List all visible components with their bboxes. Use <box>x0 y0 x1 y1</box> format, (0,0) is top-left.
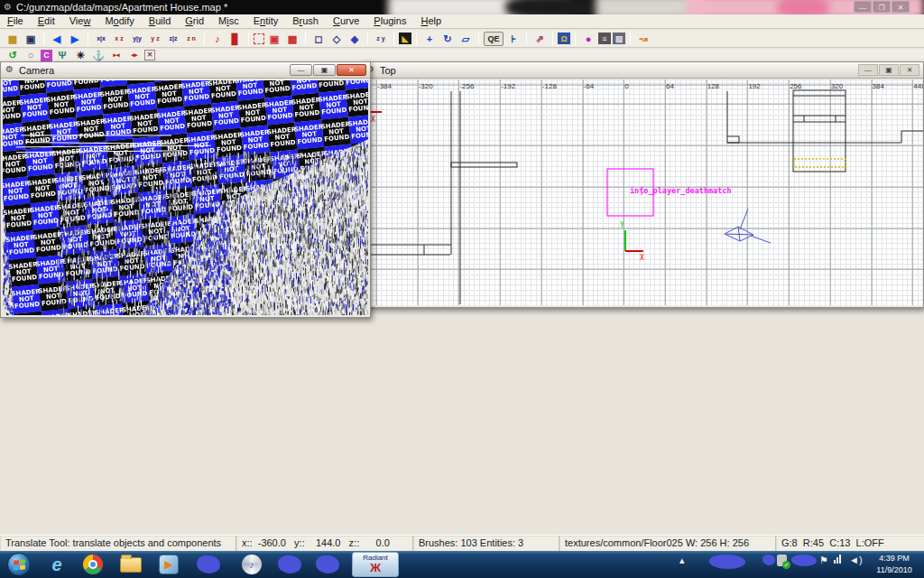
rotate-z-icon[interactable]: z n <box>183 32 199 46</box>
menu-modify[interactable]: Modify <box>97 14 141 27</box>
cube-outline-icon[interactable]: ◻ <box>310 32 327 46</box>
2d-grid-viewport[interactable]: -384-320-256-192-128-6406412819225632038… <box>366 79 923 305</box>
cubic-clip-icon[interactable]: C <box>41 50 52 61</box>
menu-curve[interactable]: Curve <box>326 14 366 27</box>
menu-file[interactable]: File <box>0 14 31 27</box>
status-grid-info: G:8 R:45 C:13 L:OFF <box>776 536 924 551</box>
console-window-icon[interactable]: ≡ <box>598 33 611 44</box>
svg-text:-256: -256 <box>459 82 475 90</box>
rotate-y-icon[interactable]: y z <box>147 32 163 46</box>
taskbar: e▶♪ Radiant Ж 4:39 PM 11/9/2010 ▴⚑◄) <box>0 551 924 578</box>
texture-lock-icon[interactable]: ◣ <box>399 33 411 44</box>
svg-text:-192: -192 <box>501 82 516 90</box>
bot-editor-icon[interactable]: ✳ <box>72 48 88 62</box>
flip-x-icon[interactable]: x|x <box>93 32 109 46</box>
close-button[interactable]: ✕ <box>337 64 366 76</box>
region-select-icon[interactable] <box>254 33 264 44</box>
menu-misc[interactable]: Misc <box>211 14 246 27</box>
texture-browser-icon[interactable]: ▨ <box>613 33 625 44</box>
svg-text:-128: -128 <box>542 82 558 90</box>
menu-grid[interactable]: Grid <box>178 14 211 27</box>
map-geometry: -384-320-256-192-128-6406412819225632038… <box>366 79 923 305</box>
rotate-tool-icon[interactable]: ↻ <box>439 32 456 46</box>
network-signal-icon[interactable] <box>834 555 841 564</box>
svg-text:-320: -320 <box>419 82 434 90</box>
svg-text:0: 0 <box>624 82 629 90</box>
cube-solid-icon[interactable]: ◆ <box>346 32 363 46</box>
desktop: ⚙ C:/gunzmap/data/maps/Apartment House.m… <box>0 0 924 578</box>
svg-text:128: 128 <box>707 82 720 90</box>
cube-rotate-icon[interactable]: ◇ <box>328 32 345 46</box>
close-button[interactable]: ✕ <box>900 64 919 76</box>
flip-y-icon[interactable]: y|y <box>129 32 145 46</box>
menu-brush[interactable]: Brush <box>285 14 326 27</box>
forward-icon[interactable]: ▶ <box>67 32 83 46</box>
entity-sound-icon[interactable]: ♪ <box>209 32 226 46</box>
menu-build[interactable]: Build <box>142 14 178 27</box>
maximize-button[interactable]: ▣ <box>313 64 336 76</box>
anchor-entities-icon[interactable]: ⚓ <box>90 48 106 62</box>
wallpaper-glass <box>505 0 605 14</box>
circle-select-icon[interactable]: ○ <box>23 48 39 62</box>
refresh-models-icon[interactable]: ↺ <box>5 48 21 62</box>
tray-blob-2-icon[interactable] <box>762 555 775 565</box>
entity-fix-icon[interactable]: ▊ <box>227 32 244 46</box>
maximize-button[interactable]: ▣ <box>879 64 899 76</box>
scale-tool-icon[interactable]: ▱ <box>457 32 474 46</box>
minimize-button[interactable]: — <box>858 64 878 76</box>
menu-entity[interactable]: Entity <box>246 14 286 27</box>
menu-plugins[interactable]: Plugins <box>366 14 413 27</box>
status-bar: Translate Tool: translate objects and co… <box>0 535 924 551</box>
hierarchy-icon[interactable]: ⊦ <box>505 32 522 46</box>
svg-text:-384: -384 <box>377 82 393 90</box>
model-tree-icon[interactable]: Ψ <box>54 48 70 62</box>
translate-tool-icon[interactable]: + <box>421 32 438 46</box>
close-button[interactable]: ✕ <box>892 1 910 13</box>
taskbar-clock[interactable]: 4:39 PM 11/9/2010 <box>868 553 920 576</box>
tray-expand-icon[interactable]: ▴ <box>679 555 685 566</box>
tray-blob-3-icon[interactable] <box>791 555 817 566</box>
rotate-x-icon[interactable]: x z <box>111 32 127 46</box>
flip-z-icon[interactable]: z|z <box>165 32 181 46</box>
camera-title: Camera <box>19 65 54 76</box>
status-coords: x:: -360.0 y:: 144.0 z:: 0.0 <box>236 536 413 551</box>
minimize-button[interactable]: — <box>290 64 312 76</box>
clock-date: 11/9/2010 <box>868 564 920 576</box>
menu-help[interactable]: Help <box>413 14 448 27</box>
usb-device-icon[interactable] <box>777 555 787 566</box>
minimize-button[interactable]: — <box>854 1 872 13</box>
pin-view-icon[interactable]: ⇗ <box>531 32 548 46</box>
svg-text:192: 192 <box>748 82 761 90</box>
system-tray: 4:39 PM 11/9/2010 ▴⚑◄) <box>0 551 924 578</box>
window-icon: ⚙ <box>5 64 14 74</box>
back-icon[interactable]: ◀ <box>49 32 65 46</box>
app-titlebar: ⚙ C:/gunzmap/data/maps/Apartment House.m… <box>0 0 924 14</box>
menu-view[interactable]: View <box>62 14 98 27</box>
clip-merge-icon[interactable]: ▸◂ <box>108 48 125 62</box>
menu-bar: FileEditViewModifyBuildGridMiscEntityBru… <box>0 14 924 29</box>
curve-swoosh-icon[interactable]: ↝ <box>635 32 651 46</box>
menu-edit[interactable]: Edit <box>31 14 62 27</box>
clip-split-icon[interactable]: ◂▸ <box>126 48 143 62</box>
volume-icon[interactable]: ◄) <box>849 555 863 565</box>
open-icon[interactable]: ▦ <box>5 32 21 46</box>
top-view-title: Top <box>380 65 396 76</box>
region-box-icon[interactable]: ▩ <box>284 32 300 46</box>
status-counts: Brushes: 103 Entities: 3 <box>413 536 559 551</box>
maximize-button[interactable]: ❐ <box>873 1 891 13</box>
noclip-toggle-icon[interactable]: ✕ <box>144 50 155 61</box>
region-brush-icon[interactable]: ▣ <box>266 32 282 46</box>
camera-window: ⚙ Camera — ▣ ✕ <box>0 61 371 318</box>
app-title: C:/gunzmap/data/maps/Apartment House.map… <box>16 2 227 13</box>
texture-window-lock-icon[interactable]: Ω <box>558 33 570 44</box>
3d-camera-viewport[interactable] <box>3 80 368 315</box>
svg-text:Y: Y <box>620 221 624 229</box>
save-icon[interactable]: ▣ <box>23 32 39 46</box>
wallpaper-glass <box>776 0 830 14</box>
action-center-flag-icon[interactable]: ⚑ <box>819 555 828 566</box>
entity-sphere-icon[interactable]: ● <box>580 32 596 46</box>
view-zy-icon[interactable]: z y <box>373 32 389 46</box>
qe-toggle-icon[interactable]: QE <box>484 32 504 46</box>
secondary-toolbar: ↺○CΨ✳⚓▸◂◂▸✕ <box>0 49 924 62</box>
tray-blob-1-icon[interactable] <box>709 555 745 569</box>
